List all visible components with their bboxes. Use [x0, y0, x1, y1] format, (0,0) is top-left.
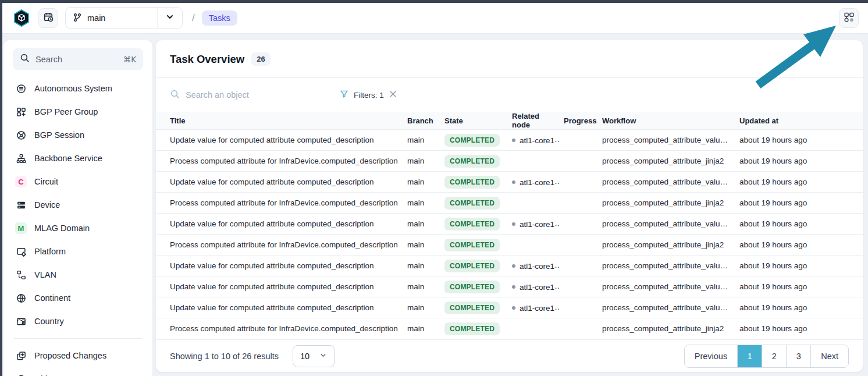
sidebar-item-bgp-session[interactable]: BGP Session: [13, 123, 143, 147]
table-row[interactable]: Process computed attribute for InfraDevi…: [156, 193, 863, 214]
cell-updated-at: about 19 hours ago: [735, 256, 863, 276]
breadcrumb-tasks[interactable]: Tasks: [202, 10, 237, 26]
continent-globe-icon: [15, 292, 27, 304]
table-row[interactable]: Process computed attribute for InfraDevi…: [156, 318, 863, 339]
node-name: atl1-core1: [520, 136, 554, 145]
bgp-session-icon: [15, 129, 27, 141]
previous-page-button[interactable]: Previous: [685, 345, 737, 367]
infrahub-logo-icon[interactable]: [12, 8, 31, 28]
table-row[interactable]: Update value for computed attribute comp…: [156, 256, 863, 276]
branch-selector[interactable]: main: [65, 7, 183, 29]
cell-workflow: process_computed_attribute_value_jinja2: [597, 214, 735, 235]
sidebar-divider: [14, 338, 142, 339]
cell-progress: [559, 256, 597, 276]
cell-state: COMPLETED: [440, 318, 507, 339]
sidebar-item-platform[interactable]: Platform: [13, 240, 143, 263]
country-flag-icon: [15, 315, 27, 327]
cell-progress: [559, 297, 597, 318]
status-badge: COMPLETED: [444, 197, 500, 210]
cell-related-node: atl1-core1: [507, 297, 559, 318]
cell-updated-at: about 19 hours ago: [735, 193, 863, 214]
chevron-down-icon: [319, 352, 327, 361]
cell-title: Update value for computed attribute comp…: [156, 172, 403, 193]
sidebar-item-country[interactable]: Country: [13, 310, 143, 333]
chevron-down-icon: [165, 12, 175, 24]
cell-state: COMPLETED: [440, 297, 507, 318]
sidebar-item-vlan[interactable]: VLAN: [13, 263, 143, 286]
sidebar-item-label: Proposed Changes: [34, 351, 106, 360]
breadcrumb-separator: /: [192, 12, 195, 24]
sidebar-item-object-management[interactable]: Object Management: [13, 367, 143, 376]
sidebar-item-device[interactable]: Device: [13, 193, 143, 217]
schema-visualizer-button[interactable]: [839, 8, 859, 28]
page-size-select[interactable]: 10: [293, 345, 335, 367]
cell-updated-at: about 19 hours ago: [735, 297, 863, 318]
table-row[interactable]: Process computed attribute for InfraDevi…: [156, 235, 863, 256]
cell-progress: [559, 193, 597, 214]
cell-title: Update value for computed attribute comp…: [156, 256, 403, 276]
cell-state: COMPLETED: [440, 193, 507, 214]
sidebar-item-autonomous-system[interactable]: Autonomous System: [13, 77, 143, 100]
sidebar-item-label: Circuit: [34, 177, 58, 186]
node-dot-icon: [512, 139, 515, 142]
table-row[interactable]: Process computed attribute for InfraDevi…: [156, 151, 863, 172]
node-name: atl1-core1: [520, 262, 554, 271]
cell-branch: main: [403, 276, 440, 297]
cell-state: COMPLETED: [440, 151, 507, 172]
cell-state: COMPLETED: [440, 276, 507, 297]
filters-chip[interactable]: Filters: 1: [340, 90, 397, 101]
sidebar-item-label: Platform: [34, 247, 66, 256]
sidebar-item-label: VLAN: [34, 270, 56, 279]
page-button-1[interactable]: 1: [737, 345, 762, 367]
table-row[interactable]: Update value for computed attribute comp…: [156, 172, 863, 193]
cell-updated-at: about 19 hours ago: [735, 276, 863, 297]
sidebar-search[interactable]: ⌘K: [13, 48, 143, 70]
cell-progress: [559, 130, 597, 151]
sidebar-item-bgp-peer-group[interactable]: BGP Peer Group: [13, 100, 143, 123]
sidebar-item-proposed-changes[interactable]: Proposed Changes: [13, 344, 143, 367]
cell-related-node: atl1-core1: [507, 172, 559, 193]
table-row[interactable]: Update value for computed attribute comp…: [156, 130, 863, 151]
page-button-2[interactable]: 2: [762, 345, 786, 367]
diagram-icon: [844, 12, 855, 24]
time-travel-button[interactable]: [38, 8, 58, 28]
table-row[interactable]: Update value for computed attribute comp…: [156, 276, 863, 297]
cell-workflow: process_computed_attribute_jinja2: [597, 193, 735, 214]
cell-updated-at: about 19 hours ago: [735, 172, 863, 193]
sidebar-item-circuit[interactable]: C Circuit: [13, 170, 143, 193]
node-dot-icon: [512, 285, 515, 289]
object-search-input[interactable]: [186, 90, 284, 100]
sidebar-item-label: BGP Session: [34, 130, 84, 140]
cell-title: Update value for computed attribute comp…: [156, 214, 403, 235]
next-page-button[interactable]: Next: [810, 345, 848, 367]
table-body: Update value for computed attribute comp…: [156, 130, 863, 339]
window-top-edge: [0, 0, 868, 3]
sidebar-item-continent[interactable]: Continent: [13, 286, 143, 310]
search-icon: [170, 89, 180, 101]
app-window: main / Tasks: [0, 0, 868, 376]
cell-title: Update value for computed attribute comp…: [156, 297, 403, 318]
object-search[interactable]: [170, 89, 298, 101]
content-area: ⌘K Autonomous System: [2, 34, 868, 376]
table-row[interactable]: Update value for computed attribute comp…: [156, 297, 863, 318]
object-management-icon: [15, 373, 27, 376]
sidebar-search-input[interactable]: [35, 55, 118, 64]
sidebar-item-label: Continent: [34, 293, 70, 303]
cell-updated-at: about 19 hours ago: [735, 235, 863, 256]
branch-dropdown-toggle[interactable]: [157, 8, 182, 29]
sidebar-item-backbone-service[interactable]: Backbone Service: [13, 147, 143, 170]
pagination: Previous 1 2 3 Next: [684, 345, 849, 368]
col-progress: Progress: [559, 112, 597, 130]
clear-filters-icon[interactable]: [389, 90, 397, 100]
page-button-3[interactable]: 3: [786, 345, 810, 367]
device-icon: [15, 199, 27, 211]
sidebar-item-label: Device: [34, 200, 60, 210]
col-updated-at: Updated at: [735, 112, 863, 130]
panel-header: Task Overview 26: [156, 40, 863, 78]
col-state: State: [440, 112, 507, 130]
cell-related-node: [507, 318, 559, 339]
page-size-value: 10: [300, 352, 310, 361]
table-row[interactable]: Update value for computed attribute comp…: [156, 214, 863, 235]
cell-updated-at: about 19 hours ago: [735, 151, 863, 172]
sidebar-item-mlag-domain[interactable]: M MLAG Domain: [13, 217, 143, 240]
